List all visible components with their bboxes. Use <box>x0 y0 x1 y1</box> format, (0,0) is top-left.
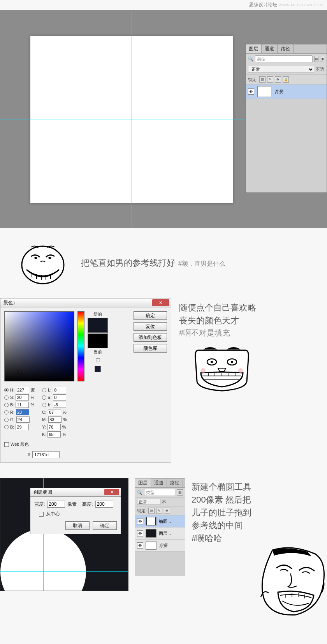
layer-filter-2[interactable] <box>144 489 175 496</box>
c-input[interactable] <box>48 409 61 415</box>
radio-b[interactable] <box>4 403 9 407</box>
dark-canvas-stage: 创建椭圆 ✕ 宽度: 像素 高度: 从中心 取消 确定 <box>0 478 128 591</box>
lock-icon[interactable]: ▨ <box>148 508 155 514</box>
new-color-swatch <box>88 318 108 333</box>
svg-point-17 <box>201 368 206 373</box>
color-field[interactable] <box>4 311 74 381</box>
tab-channels[interactable]: 通道 <box>151 478 167 487</box>
tab-channels[interactable]: 通道 <box>262 44 278 53</box>
layer-label: 背景 <box>274 89 283 95</box>
current-color-label: 当前 <box>93 349 102 355</box>
svg-point-11 <box>231 361 233 363</box>
from-center-checkbox[interactable] <box>39 512 44 517</box>
radio-s[interactable] <box>4 395 9 400</box>
lock-all-icon[interactable]: 🔒 <box>283 76 289 83</box>
m-input[interactable] <box>48 416 62 423</box>
lock-icon[interactable]: ✥ <box>164 508 170 514</box>
ellipse-width-input[interactable] <box>47 501 65 508</box>
lock-brush-icon[interactable]: ✎ <box>267 76 273 83</box>
dialog-titlebar[interactable]: 景色） ✕ <box>0 298 171 307</box>
tab-paths[interactable]: 路径 <box>167 478 183 487</box>
cube-icon[interactable]: ⬚ <box>96 357 100 363</box>
hex-input[interactable] <box>32 451 60 458</box>
radio-l[interactable] <box>42 388 46 392</box>
l-input[interactable] <box>53 387 66 393</box>
bv-input[interactable] <box>16 424 29 430</box>
tab-layers[interactable]: 图层 <box>135 478 151 487</box>
layer-filter-input[interactable] <box>255 55 313 62</box>
hue-slider[interactable] <box>77 311 84 381</box>
svg-point-6 <box>34 257 37 259</box>
cancel-button[interactable]: 取消 <box>65 521 90 530</box>
lock-icon[interactable]: ✎ <box>156 508 162 514</box>
filter-icon[interactable]: ▦ <box>177 489 183 496</box>
visibility-icon[interactable]: 👁 <box>137 530 143 536</box>
guide-vertical[interactable] <box>132 10 132 228</box>
layer-thumb[interactable] <box>146 529 156 538</box>
new-color-label: 新的 <box>93 311 102 317</box>
svg-point-10 <box>211 361 213 363</box>
radio-b2[interactable] <box>42 403 46 407</box>
visibility-icon[interactable]: 👁 <box>248 88 254 95</box>
radio-g[interactable] <box>4 418 9 422</box>
close-icon[interactable]: ✕ <box>104 489 119 495</box>
layer-list: 👁 背景 <box>246 85 327 99</box>
svg-point-18 <box>238 368 243 373</box>
tab-paths[interactable]: 路径 <box>278 44 294 53</box>
filter-icon-2[interactable]: ◑ <box>320 56 324 62</box>
g-input[interactable] <box>16 416 30 423</box>
filter-icon-1[interactable]: ▦ <box>314 56 318 62</box>
comment-2-text: 随便点个自己喜欢略 丧失的颜色天才 #啊不对是填充 <box>179 301 327 339</box>
r-input[interactable] <box>16 409 29 415</box>
b2-input[interactable] <box>53 402 66 408</box>
ok-button[interactable]: 确定 <box>93 521 117 530</box>
radio-r[interactable] <box>4 410 9 415</box>
y-input[interactable] <box>47 424 61 430</box>
radio-a[interactable] <box>42 395 46 400</box>
layer-thumb[interactable] <box>146 517 156 526</box>
layer-background[interactable]: 👁 背景 <box>246 85 327 99</box>
radio-bv[interactable] <box>4 425 9 429</box>
reset-button[interactable]: 复位 <box>134 322 167 331</box>
dialog-titlebar-2[interactable]: 创建椭圆 ✕ <box>30 488 121 497</box>
ellipse-height-input[interactable] <box>95 501 113 508</box>
layer-thumbnail[interactable] <box>257 86 271 97</box>
color-picker-dialog: 景色） ✕ 新的 当前 ⬚ 确定 复位 添加到色板 颜色库 H:度 <box>0 298 171 462</box>
comment-text: 把笔直如男的参考线打好#额，直男是什么 <box>81 257 225 269</box>
svg-point-7 <box>48 257 51 259</box>
layer-thumb[interactable] <box>146 541 156 550</box>
web-colors-checkbox[interactable] <box>4 442 9 447</box>
a-input[interactable] <box>53 394 66 401</box>
watermark: 思缘设计论坛WWW.MISSYUAN.COM <box>0 0 327 10</box>
color-cursor[interactable] <box>18 370 22 374</box>
lock-move-icon[interactable]: ✥ <box>275 76 281 83</box>
add-swatch-button[interactable]: 添加到色板 <box>134 333 167 342</box>
meme-face-2 <box>195 346 249 393</box>
h-input[interactable] <box>16 387 29 393</box>
panel-tabs: 图层 通道 路径 <box>246 44 327 54</box>
ok-button[interactable]: 确定 <box>134 311 167 320</box>
guide-horizontal-2[interactable] <box>0 571 128 572</box>
color-lib-button[interactable]: 颜色库 <box>134 344 167 353</box>
layer-shape[interactable]: 👁 图层... <box>135 528 185 540</box>
svg-point-0 <box>22 246 64 284</box>
websafe-swatch[interactable] <box>95 366 101 372</box>
meme-face-3 <box>253 546 327 616</box>
layers-panel-2: 图层 通道 路径 🔍▦ 正常不 锁定:▨✎✥ 👁 椭圆... 👁 图层... 👁… <box>135 478 185 575</box>
b-input[interactable] <box>16 402 29 408</box>
s-input[interactable] <box>16 394 29 401</box>
blend-mode-select[interactable]: 正常 <box>248 66 314 73</box>
visibility-icon[interactable]: 👁 <box>137 518 143 524</box>
layer-bg[interactable]: 👁 背景 <box>135 540 185 552</box>
layer-ellipse[interactable]: 👁 椭圆... <box>135 515 185 528</box>
radio-h[interactable] <box>4 388 9 392</box>
current-color-swatch <box>88 333 108 348</box>
k-input[interactable] <box>47 431 61 438</box>
tab-layers[interactable]: 图层 <box>246 44 262 53</box>
comment-3-text: 新建个椭圆工具 200像素 然后把 儿子的肚子拖到 参考线的中间 #噗哈哈 <box>192 480 327 545</box>
close-icon[interactable]: ✕ <box>152 299 169 306</box>
layers-empty-area <box>246 99 327 192</box>
blend-select-2[interactable]: 正常 <box>137 499 160 505</box>
visibility-icon[interactable]: 👁 <box>137 542 143 549</box>
lock-transparent-icon[interactable]: ▨ <box>259 76 265 83</box>
